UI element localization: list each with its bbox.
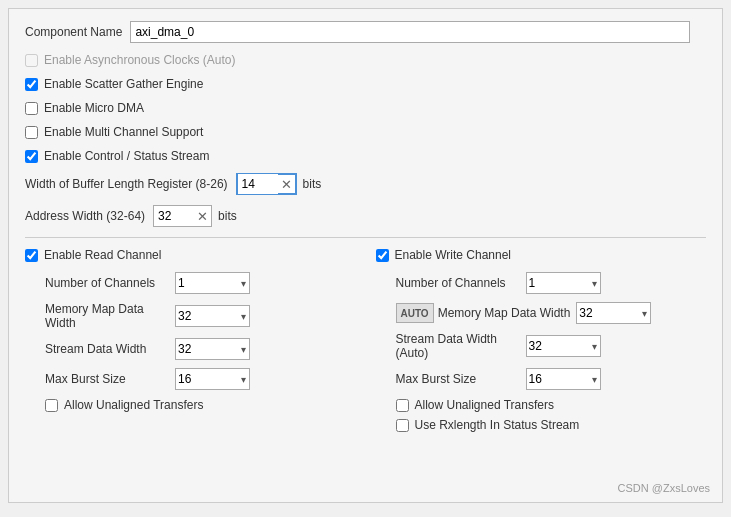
write-num-channels-arrow: ▾ — [592, 278, 600, 289]
read-num-channels-label: Number of Channels — [45, 276, 175, 290]
write-max-burst-label: Max Burst Size — [396, 372, 526, 386]
buffer-length-label: Width of Buffer Length Register (8-26) — [25, 177, 228, 191]
async-clocks-row: Enable Asynchronous Clocks (Auto) — [25, 53, 706, 67]
auto-badge: AUTO — [396, 303, 434, 323]
micro-dma-checkbox[interactable] — [25, 102, 38, 115]
write-unaligned-label: Allow Unaligned Transfers — [415, 398, 554, 412]
buffer-bits-label: bits — [303, 177, 322, 191]
read-channel-label: Enable Read Channel — [44, 248, 161, 262]
divider — [25, 237, 706, 238]
write-stream-width-label: Stream Data Width (Auto) — [396, 332, 526, 360]
read-num-channels-select-wrap: 1 ▾ — [175, 272, 250, 294]
write-max-burst-select[interactable]: 16 — [527, 369, 592, 389]
read-mem-map-arrow: ▾ — [241, 311, 249, 322]
micro-dma-row: Enable Micro DMA — [25, 101, 706, 115]
channels-section: Enable Read Channel Number of Channels 1… — [25, 248, 706, 432]
read-mem-map-select[interactable]: 32 — [176, 306, 241, 326]
buffer-length-input[interactable] — [238, 174, 278, 194]
read-mem-map-select-wrap: 32 ▾ — [175, 305, 250, 327]
write-num-channels-row: Number of Channels 1 ▾ — [396, 272, 707, 294]
read-mem-map-label: Memory Map Data Width — [45, 302, 175, 330]
control-status-row: Enable Control / Status Stream — [25, 149, 706, 163]
write-unaligned-row: Allow Unaligned Transfers — [396, 398, 707, 412]
async-clocks-checkbox[interactable] — [25, 54, 38, 67]
read-stream-width-row: Stream Data Width 32 ▾ — [45, 338, 356, 360]
read-channel-header: Enable Read Channel — [25, 248, 356, 262]
multi-channel-checkbox[interactable] — [25, 126, 38, 139]
address-bits-label: bits — [218, 209, 237, 223]
control-status-label: Enable Control / Status Stream — [44, 149, 209, 163]
read-mem-map-row: Memory Map Data Width 32 ▾ — [45, 302, 356, 330]
component-name-label: Component Name — [25, 25, 122, 39]
write-rxlength-label: Use Rxlength In Status Stream — [415, 418, 580, 432]
read-unaligned-checkbox[interactable] — [45, 399, 58, 412]
write-rxlength-row: Use Rxlength In Status Stream — [396, 418, 707, 432]
buffer-length-row: Width of Buffer Length Register (8-26) ✕… — [25, 173, 706, 195]
read-channel-col: Enable Read Channel Number of Channels 1… — [25, 248, 376, 432]
read-num-channels-select[interactable]: 1 — [176, 273, 241, 293]
scatter-gather-row: Enable Scatter Gather Engine — [25, 77, 706, 91]
read-max-burst-select-wrap: 16 ▾ — [175, 368, 250, 390]
write-mem-map-row: AUTO Memory Map Data Width 32 ▾ — [396, 302, 707, 324]
write-rxlength-checkbox[interactable] — [396, 419, 409, 432]
write-num-channels-select[interactable]: 1 — [527, 273, 592, 293]
write-stream-width-select[interactable]: 32 — [527, 336, 592, 356]
read-stream-width-arrow: ▾ — [241, 344, 249, 355]
buffer-input-wrap: ✕ — [236, 173, 297, 195]
read-stream-width-label: Stream Data Width — [45, 342, 175, 356]
read-max-burst-row: Max Burst Size 16 ▾ — [45, 368, 356, 390]
read-num-channels-row: Number of Channels 1 ▾ — [45, 272, 356, 294]
main-panel: Component Name Enable Asynchronous Clock… — [8, 8, 723, 503]
write-unaligned-checkbox[interactable] — [396, 399, 409, 412]
address-clear-button[interactable]: ✕ — [194, 210, 211, 223]
read-num-channels-arrow: ▾ — [241, 278, 249, 289]
read-channel-checkbox[interactable] — [25, 249, 38, 262]
address-width-input[interactable] — [154, 206, 194, 226]
watermark: CSDN @ZxsLoves — [618, 482, 710, 494]
read-max-burst-label: Max Burst Size — [45, 372, 175, 386]
address-width-label: Address Width (32-64) — [25, 209, 145, 223]
write-max-burst-arrow: ▾ — [592, 374, 600, 385]
write-max-burst-row: Max Burst Size 16 ▾ — [396, 368, 707, 390]
scatter-gather-checkbox[interactable] — [25, 78, 38, 91]
write-channel-label: Enable Write Channel — [395, 248, 512, 262]
write-mem-map-select[interactable]: 32 — [577, 303, 642, 323]
write-mem-map-label: Memory Map Data Width — [438, 306, 571, 320]
write-stream-width-arrow: ▾ — [592, 341, 600, 352]
buffer-clear-button[interactable]: ✕ — [278, 178, 295, 191]
write-mem-map-arrow: ▾ — [642, 308, 650, 319]
control-status-checkbox[interactable] — [25, 150, 38, 163]
multi-channel-row: Enable Multi Channel Support — [25, 125, 706, 139]
micro-dma-label: Enable Micro DMA — [44, 101, 144, 115]
write-channel-checkbox[interactable] — [376, 249, 389, 262]
write-stream-width-select-wrap: 32 ▾ — [526, 335, 601, 357]
read-stream-width-select-wrap: 32 ▾ — [175, 338, 250, 360]
read-unaligned-label: Allow Unaligned Transfers — [64, 398, 203, 412]
address-width-row: Address Width (32-64) ✕ bits — [25, 205, 706, 227]
async-clocks-label: Enable Asynchronous Clocks (Auto) — [44, 53, 235, 67]
write-mem-map-select-wrap: 32 ▾ — [576, 302, 651, 324]
write-channel-header: Enable Write Channel — [376, 248, 707, 262]
write-stream-width-row: Stream Data Width (Auto) 32 ▾ — [396, 332, 707, 360]
component-name-row: Component Name — [25, 21, 706, 43]
write-channel-col: Enable Write Channel Number of Channels … — [376, 248, 707, 432]
read-unaligned-row: Allow Unaligned Transfers — [45, 398, 356, 412]
read-stream-width-select[interactable]: 32 — [176, 339, 241, 359]
write-max-burst-select-wrap: 16 ▾ — [526, 368, 601, 390]
address-input-wrap: ✕ — [153, 205, 212, 227]
write-num-channels-select-wrap: 1 ▾ — [526, 272, 601, 294]
read-max-burst-select[interactable]: 16 — [176, 369, 241, 389]
scatter-gather-label: Enable Scatter Gather Engine — [44, 77, 203, 91]
read-max-burst-arrow: ▾ — [241, 374, 249, 385]
write-num-channels-label: Number of Channels — [396, 276, 526, 290]
component-name-input[interactable] — [130, 21, 690, 43]
multi-channel-label: Enable Multi Channel Support — [44, 125, 203, 139]
